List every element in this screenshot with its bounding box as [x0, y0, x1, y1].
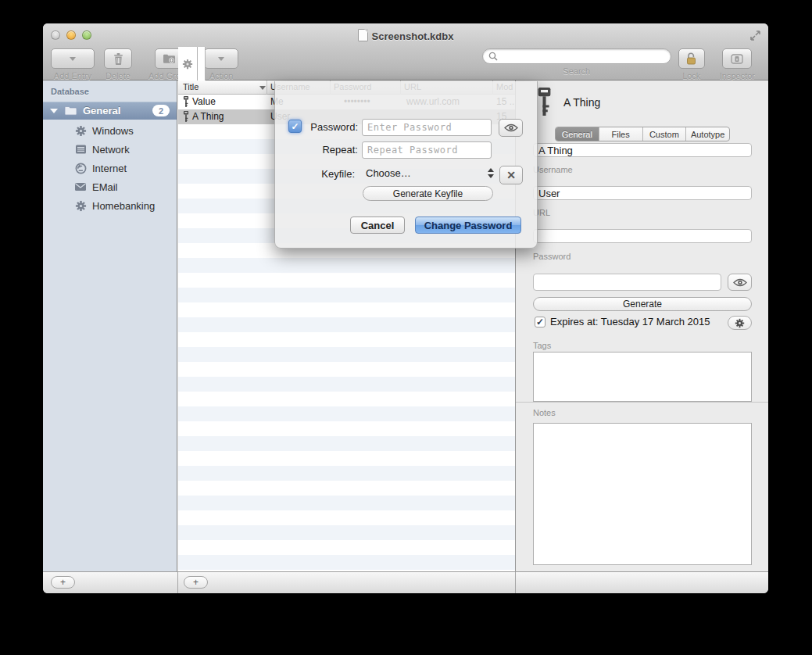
cancel-button[interactable]: Cancel	[350, 217, 405, 234]
search-input[interactable]	[482, 48, 671, 64]
repeat-input[interactable]	[362, 141, 492, 159]
delete-label: Delete	[106, 71, 131, 81]
app-window: Screenshot.kdbx Add Entry	[43, 23, 768, 593]
action-button[interactable]	[204, 48, 238, 69]
password-input[interactable]	[362, 119, 492, 136]
add-entry-label: Add Entry	[54, 71, 91, 81]
toolbar-item-action: Action	[204, 48, 238, 81]
username-label: Username	[533, 165, 573, 174]
change-password-sheet: ✓ Password: Repeat: Keyfile: Choose… ✕ G…	[274, 81, 538, 249]
reveal-password-button[interactable]	[499, 119, 523, 137]
tags-label: Tags	[533, 341, 551, 350]
sidebar-section-header: Database	[51, 87, 89, 96]
repeat-label: Repeat:	[288, 144, 358, 156]
sidebar-group-label: General	[83, 105, 120, 116]
sort-descending-icon	[259, 86, 266, 90]
inspector-button[interactable]	[722, 48, 752, 69]
lock-button[interactable]	[678, 48, 705, 69]
notes-label: Notes	[533, 408, 556, 417]
chevron-down-icon[interactable]	[215, 49, 227, 68]
search-label: Search	[563, 66, 590, 76]
toolbar-item-add-entry: Add Entry	[51, 48, 95, 81]
toolbar: Add Entry Delete Add Group	[43, 47, 768, 81]
document-icon	[358, 29, 368, 41]
toolbar-item-inspector: Inspector	[720, 48, 755, 81]
reveal-password-button[interactable]	[728, 274, 752, 291]
info-icon	[731, 54, 743, 64]
sidebar-item-internet[interactable]: Internet	[43, 159, 177, 177]
action-label: Action	[209, 71, 234, 81]
chevron-down-icon[interactable]	[66, 49, 80, 68]
url-field[interactable]	[533, 229, 752, 243]
delete-button[interactable]	[104, 48, 132, 69]
folder-plus-icon	[163, 53, 176, 64]
gear-icon	[74, 124, 87, 137]
tab-autotype[interactable]: Autotype	[685, 127, 729, 141]
password-field[interactable]	[533, 274, 721, 291]
generate-keyfile-button[interactable]: Generate Keyfile	[363, 186, 493, 201]
expires-row: ✓ Expires at: Tuesday 17 March 2015	[535, 316, 710, 328]
inspector-tabs: General Files Custom Autotype	[555, 127, 730, 141]
toolbar-item-lock: Lock	[678, 48, 705, 81]
fullscreen-icon[interactable]	[749, 30, 761, 41]
sidebar-group-general[interactable]: General 2	[43, 102, 177, 120]
column-header-title[interactable]: Title	[183, 82, 199, 91]
titlebar-toolbar: Screenshot.kdbx Add Entry	[43, 23, 768, 81]
trash-icon	[113, 53, 123, 65]
keyfile-popup[interactable]: Choose…	[366, 167, 411, 179]
password-label: Password:	[288, 121, 358, 133]
eye-icon	[504, 123, 518, 132]
sidebar-item-label: Network	[92, 144, 130, 156]
key-icon	[182, 111, 190, 122]
expires-checkbox[interactable]: ✓	[535, 317, 546, 328]
gear-icon	[74, 199, 87, 212]
globe-icon	[74, 162, 87, 174]
toolbar-item-delete: Delete	[104, 48, 132, 81]
unlock-icon	[685, 52, 697, 65]
add-group-footer-button[interactable]: +	[51, 576, 75, 589]
server-icon	[74, 143, 87, 156]
gear-icon	[178, 47, 198, 81]
stepper-icon[interactable]	[488, 168, 494, 178]
password-label: Password	[533, 252, 571, 261]
disclosure-triangle-icon[interactable]	[50, 109, 58, 113]
tab-files[interactable]: Files	[599, 127, 642, 141]
add-entry-footer-button[interactable]: +	[184, 576, 208, 589]
expires-label: Expires at: Tuesday 17 March 2015	[550, 316, 710, 328]
sidebar-item-windows[interactable]: Windows	[43, 121, 177, 140]
tags-field[interactable]	[533, 352, 752, 402]
inspector-entry-title: A Thing	[563, 96, 600, 109]
sidebar-item-label: Homebanking	[92, 200, 155, 212]
tab-custom[interactable]: Custom	[642, 127, 686, 141]
eye-icon	[733, 278, 747, 287]
add-entry-button[interactable]	[51, 48, 95, 69]
status-bar: + +	[43, 571, 768, 593]
search-icon	[488, 52, 498, 61]
keyfile-label: Keyfile:	[284, 168, 355, 180]
inspector-label: Inspector	[720, 71, 755, 81]
sidebar-group-badge: 2	[152, 105, 170, 116]
title-field[interactable]	[533, 143, 752, 157]
tab-general[interactable]: General	[556, 127, 599, 141]
sidebar-item-label: Windows	[92, 125, 134, 137]
sidebar-item-label: Internet	[92, 163, 127, 174]
notes-field[interactable]	[533, 423, 752, 565]
change-password-button[interactable]: Change Password	[415, 217, 521, 234]
inspector-panel: A Thing General Files Custom Autotype Us…	[515, 81, 768, 571]
cell-title: Value	[192, 96, 216, 107]
sidebar-item-homebanking[interactable]: Homebanking	[43, 196, 177, 215]
envelope-icon	[74, 181, 87, 193]
username-field[interactable]	[533, 186, 752, 200]
clear-keyfile-button[interactable]: ✕	[499, 166, 523, 184]
sidebar-item-email[interactable]: EMail	[43, 177, 177, 196]
folder-icon	[64, 106, 77, 116]
close-icon: ✕	[506, 169, 516, 181]
sidebar-item-label: EMail	[92, 181, 118, 193]
toolbar-item-search: Search	[482, 48, 671, 76]
generate-button[interactable]: Generate	[533, 297, 752, 311]
expires-options-button[interactable]	[728, 316, 752, 330]
sidebar: Database General 2 Windows Network	[43, 81, 177, 571]
cell-title: A Thing	[192, 111, 224, 122]
sidebar-item-network[interactable]: Network	[43, 140, 177, 159]
gear-icon	[735, 318, 745, 328]
